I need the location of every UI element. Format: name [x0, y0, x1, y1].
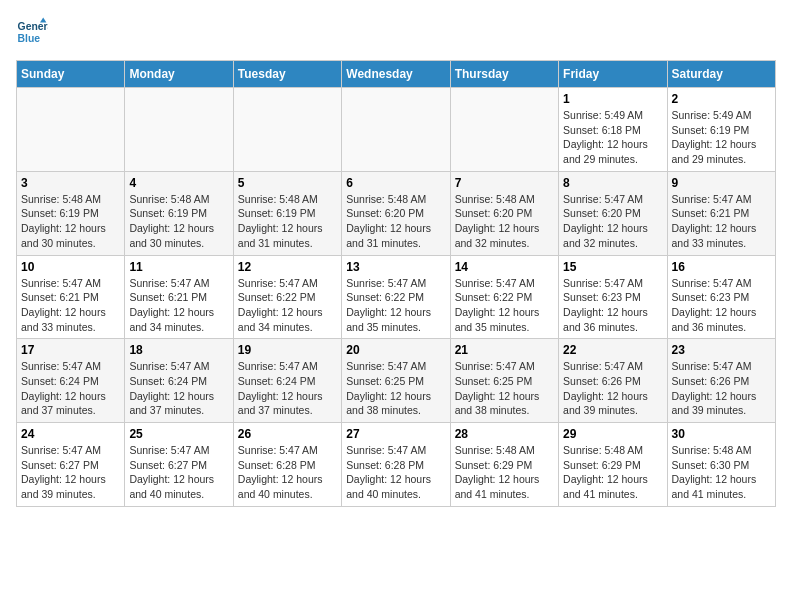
- calendar-week-4: 17Sunrise: 5:47 AM Sunset: 6:24 PM Dayli…: [17, 339, 776, 423]
- calendar-cell: 18Sunrise: 5:47 AM Sunset: 6:24 PM Dayli…: [125, 339, 233, 423]
- day-info: Sunrise: 5:48 AM Sunset: 6:30 PM Dayligh…: [672, 443, 771, 502]
- calendar-cell: 20Sunrise: 5:47 AM Sunset: 6:25 PM Dayli…: [342, 339, 450, 423]
- day-number: 21: [455, 343, 554, 357]
- day-info: Sunrise: 5:48 AM Sunset: 6:19 PM Dayligh…: [21, 192, 120, 251]
- weekday-monday: Monday: [125, 61, 233, 88]
- day-number: 15: [563, 260, 662, 274]
- day-number: 17: [21, 343, 120, 357]
- calendar-cell: [125, 88, 233, 172]
- calendar-cell: 2Sunrise: 5:49 AM Sunset: 6:19 PM Daylig…: [667, 88, 775, 172]
- day-number: 1: [563, 92, 662, 106]
- day-number: 13: [346, 260, 445, 274]
- day-number: 3: [21, 176, 120, 190]
- day-info: Sunrise: 5:48 AM Sunset: 6:20 PM Dayligh…: [346, 192, 445, 251]
- calendar-cell: 29Sunrise: 5:48 AM Sunset: 6:29 PM Dayli…: [559, 423, 667, 507]
- calendar-cell: 15Sunrise: 5:47 AM Sunset: 6:23 PM Dayli…: [559, 255, 667, 339]
- weekday-tuesday: Tuesday: [233, 61, 341, 88]
- day-info: Sunrise: 5:49 AM Sunset: 6:19 PM Dayligh…: [672, 108, 771, 167]
- day-number: 4: [129, 176, 228, 190]
- page-header: General Blue: [16, 16, 776, 48]
- calendar-cell: 3Sunrise: 5:48 AM Sunset: 6:19 PM Daylig…: [17, 171, 125, 255]
- calendar-cell: 4Sunrise: 5:48 AM Sunset: 6:19 PM Daylig…: [125, 171, 233, 255]
- calendar-cell: 13Sunrise: 5:47 AM Sunset: 6:22 PM Dayli…: [342, 255, 450, 339]
- day-number: 14: [455, 260, 554, 274]
- day-info: Sunrise: 5:47 AM Sunset: 6:24 PM Dayligh…: [238, 359, 337, 418]
- day-info: Sunrise: 5:49 AM Sunset: 6:18 PM Dayligh…: [563, 108, 662, 167]
- calendar-week-1: 1Sunrise: 5:49 AM Sunset: 6:18 PM Daylig…: [17, 88, 776, 172]
- calendar-cell: 5Sunrise: 5:48 AM Sunset: 6:19 PM Daylig…: [233, 171, 341, 255]
- calendar-week-3: 10Sunrise: 5:47 AM Sunset: 6:21 PM Dayli…: [17, 255, 776, 339]
- day-number: 7: [455, 176, 554, 190]
- calendar-cell: 6Sunrise: 5:48 AM Sunset: 6:20 PM Daylig…: [342, 171, 450, 255]
- weekday-wednesday: Wednesday: [342, 61, 450, 88]
- day-info: Sunrise: 5:47 AM Sunset: 6:22 PM Dayligh…: [238, 276, 337, 335]
- day-info: Sunrise: 5:48 AM Sunset: 6:29 PM Dayligh…: [455, 443, 554, 502]
- day-number: 18: [129, 343, 228, 357]
- weekday-sunday: Sunday: [17, 61, 125, 88]
- day-info: Sunrise: 5:48 AM Sunset: 6:20 PM Dayligh…: [455, 192, 554, 251]
- day-number: 16: [672, 260, 771, 274]
- weekday-friday: Friday: [559, 61, 667, 88]
- calendar-cell: 17Sunrise: 5:47 AM Sunset: 6:24 PM Dayli…: [17, 339, 125, 423]
- calendar-cell: 1Sunrise: 5:49 AM Sunset: 6:18 PM Daylig…: [559, 88, 667, 172]
- day-number: 6: [346, 176, 445, 190]
- day-info: Sunrise: 5:47 AM Sunset: 6:21 PM Dayligh…: [129, 276, 228, 335]
- calendar-cell: [233, 88, 341, 172]
- calendar-cell: 8Sunrise: 5:47 AM Sunset: 6:20 PM Daylig…: [559, 171, 667, 255]
- calendar-cell: 19Sunrise: 5:47 AM Sunset: 6:24 PM Dayli…: [233, 339, 341, 423]
- calendar-cell: 24Sunrise: 5:47 AM Sunset: 6:27 PM Dayli…: [17, 423, 125, 507]
- day-info: Sunrise: 5:47 AM Sunset: 6:25 PM Dayligh…: [455, 359, 554, 418]
- calendar-cell: 14Sunrise: 5:47 AM Sunset: 6:22 PM Dayli…: [450, 255, 558, 339]
- day-info: Sunrise: 5:47 AM Sunset: 6:21 PM Dayligh…: [672, 192, 771, 251]
- calendar-body: 1Sunrise: 5:49 AM Sunset: 6:18 PM Daylig…: [17, 88, 776, 507]
- day-info: Sunrise: 5:47 AM Sunset: 6:26 PM Dayligh…: [563, 359, 662, 418]
- calendar-cell: 27Sunrise: 5:47 AM Sunset: 6:28 PM Dayli…: [342, 423, 450, 507]
- calendar-cell: 26Sunrise: 5:47 AM Sunset: 6:28 PM Dayli…: [233, 423, 341, 507]
- calendar-cell: 9Sunrise: 5:47 AM Sunset: 6:21 PM Daylig…: [667, 171, 775, 255]
- weekday-saturday: Saturday: [667, 61, 775, 88]
- day-info: Sunrise: 5:47 AM Sunset: 6:27 PM Dayligh…: [129, 443, 228, 502]
- day-number: 10: [21, 260, 120, 274]
- day-number: 5: [238, 176, 337, 190]
- calendar-cell: 28Sunrise: 5:48 AM Sunset: 6:29 PM Dayli…: [450, 423, 558, 507]
- day-number: 2: [672, 92, 771, 106]
- svg-text:General: General: [18, 21, 48, 32]
- weekday-thursday: Thursday: [450, 61, 558, 88]
- day-info: Sunrise: 5:47 AM Sunset: 6:25 PM Dayligh…: [346, 359, 445, 418]
- calendar-cell: 11Sunrise: 5:47 AM Sunset: 6:21 PM Dayli…: [125, 255, 233, 339]
- day-number: 8: [563, 176, 662, 190]
- calendar-cell: 30Sunrise: 5:48 AM Sunset: 6:30 PM Dayli…: [667, 423, 775, 507]
- day-number: 30: [672, 427, 771, 441]
- logo: General Blue: [16, 16, 48, 48]
- day-number: 26: [238, 427, 337, 441]
- svg-text:Blue: Blue: [18, 33, 41, 44]
- calendar-cell: 10Sunrise: 5:47 AM Sunset: 6:21 PM Dayli…: [17, 255, 125, 339]
- calendar-cell: 25Sunrise: 5:47 AM Sunset: 6:27 PM Dayli…: [125, 423, 233, 507]
- calendar-cell: 16Sunrise: 5:47 AM Sunset: 6:23 PM Dayli…: [667, 255, 775, 339]
- day-info: Sunrise: 5:47 AM Sunset: 6:24 PM Dayligh…: [21, 359, 120, 418]
- day-number: 25: [129, 427, 228, 441]
- day-info: Sunrise: 5:47 AM Sunset: 6:24 PM Dayligh…: [129, 359, 228, 418]
- day-info: Sunrise: 5:47 AM Sunset: 6:23 PM Dayligh…: [563, 276, 662, 335]
- day-number: 19: [238, 343, 337, 357]
- calendar-cell: 22Sunrise: 5:47 AM Sunset: 6:26 PM Dayli…: [559, 339, 667, 423]
- calendar-cell: 12Sunrise: 5:47 AM Sunset: 6:22 PM Dayli…: [233, 255, 341, 339]
- day-number: 9: [672, 176, 771, 190]
- calendar-cell: [450, 88, 558, 172]
- day-info: Sunrise: 5:48 AM Sunset: 6:19 PM Dayligh…: [238, 192, 337, 251]
- day-number: 23: [672, 343, 771, 357]
- logo-icon: General Blue: [16, 16, 48, 48]
- calendar-cell: [17, 88, 125, 172]
- day-info: Sunrise: 5:47 AM Sunset: 6:23 PM Dayligh…: [672, 276, 771, 335]
- day-info: Sunrise: 5:47 AM Sunset: 6:27 PM Dayligh…: [21, 443, 120, 502]
- day-info: Sunrise: 5:47 AM Sunset: 6:21 PM Dayligh…: [21, 276, 120, 335]
- day-info: Sunrise: 5:48 AM Sunset: 6:29 PM Dayligh…: [563, 443, 662, 502]
- calendar-cell: 7Sunrise: 5:48 AM Sunset: 6:20 PM Daylig…: [450, 171, 558, 255]
- calendar-cell: 23Sunrise: 5:47 AM Sunset: 6:26 PM Dayli…: [667, 339, 775, 423]
- calendar-cell: [342, 88, 450, 172]
- calendar-week-5: 24Sunrise: 5:47 AM Sunset: 6:27 PM Dayli…: [17, 423, 776, 507]
- day-number: 29: [563, 427, 662, 441]
- day-info: Sunrise: 5:47 AM Sunset: 6:20 PM Dayligh…: [563, 192, 662, 251]
- weekday-header-row: SundayMondayTuesdayWednesdayThursdayFrid…: [17, 61, 776, 88]
- day-info: Sunrise: 5:47 AM Sunset: 6:26 PM Dayligh…: [672, 359, 771, 418]
